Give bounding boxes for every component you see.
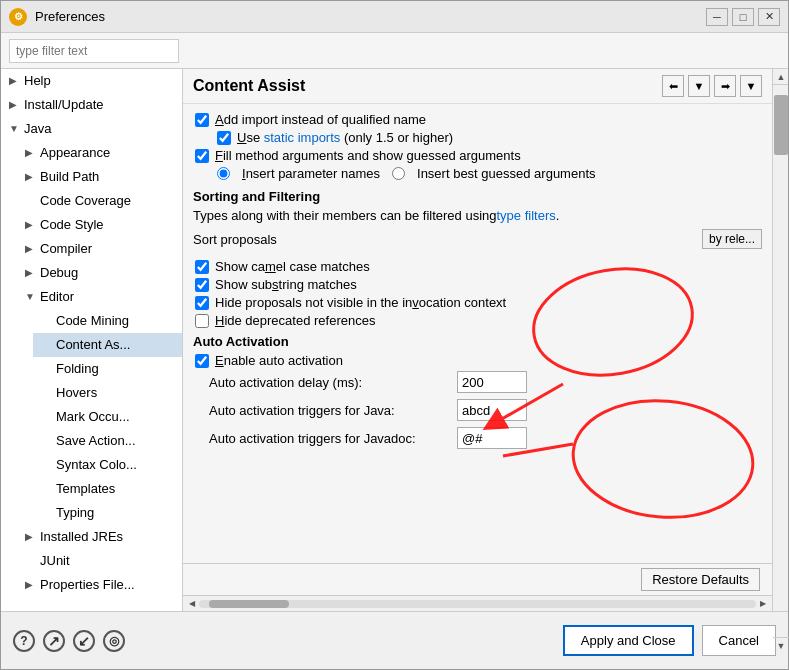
sidebar-label: Debug xyxy=(40,263,178,283)
h-scrollbar[interactable]: ◀ ▶ xyxy=(183,595,772,611)
window-controls: ─ □ ✕ xyxy=(706,8,780,26)
sidebar-item-templates[interactable]: Templates xyxy=(33,477,182,501)
expand-icon: ▶ xyxy=(25,215,37,235)
right-panel-wrapper: Content Assist ⬅ ▼ ➡ ▼ xyxy=(183,69,788,611)
maximize-button[interactable]: □ xyxy=(732,8,754,26)
sidebar-item-syntax-coloring[interactable]: Syntax Colo... xyxy=(33,453,182,477)
scroll-right-arrow[interactable]: ▶ xyxy=(756,597,770,611)
best-guess-radio[interactable] xyxy=(392,167,405,180)
sidebar-item-code-mining[interactable]: Code Mining xyxy=(33,309,182,333)
nav-back-button[interactable]: ⬅ xyxy=(662,75,684,97)
close-button[interactable]: ✕ xyxy=(758,8,780,26)
sidebar-item-help[interactable]: ▶ Help xyxy=(1,69,182,93)
add-import-row: Add import instead of qualified name xyxy=(193,112,762,127)
v-scrollbar-track[interactable] xyxy=(773,85,788,611)
nav-forward-button[interactable]: ➡ xyxy=(714,75,736,97)
minimize-button[interactable]: ─ xyxy=(706,8,728,26)
show-camel-checkbox[interactable] xyxy=(195,260,209,274)
auto-activation-title: Auto Activation xyxy=(193,334,762,349)
scroll-left-arrow[interactable]: ◀ xyxy=(185,597,199,611)
triggers-java-input[interactable] xyxy=(457,399,527,421)
help-icon[interactable]: ? xyxy=(13,630,35,652)
sidebar-item-junit[interactable]: JUnit xyxy=(17,549,182,573)
restore-defaults-button[interactable]: Restore Defaults xyxy=(641,568,760,591)
hide-deprecated-label[interactable]: Hide deprecated references xyxy=(215,313,375,328)
expand-icon xyxy=(41,407,53,427)
panel-nav: ⬅ ▼ ➡ ▼ xyxy=(662,75,762,97)
insert-param-label[interactable]: Insert parameter names xyxy=(242,166,380,181)
v-scrollbar-thumb[interactable] xyxy=(774,95,788,155)
sidebar-item-editor[interactable]: ▼ Editor xyxy=(17,285,182,309)
sidebar-item-appearance[interactable]: ▶ Appearance xyxy=(17,141,182,165)
window-title: Preferences xyxy=(35,9,698,24)
best-guess-label[interactable]: Insert best guessed arguments xyxy=(417,166,596,181)
radio-row: Insert parameter names Insert best guess… xyxy=(217,166,762,181)
enable-auto-checkbox[interactable] xyxy=(195,354,209,368)
triggers-javadoc-input[interactable] xyxy=(457,427,527,449)
sidebar-label: Hovers xyxy=(56,383,178,403)
expand-icon: ▶ xyxy=(25,143,37,163)
sidebar-item-build-path[interactable]: ▶ Build Path xyxy=(17,165,182,189)
export-icon[interactable]: ↗ xyxy=(43,630,65,652)
add-import-checkbox[interactable] xyxy=(195,113,209,127)
sidebar-label: Mark Occu... xyxy=(56,407,178,427)
expand-icon: ▼ xyxy=(9,119,21,139)
expand-icon xyxy=(41,479,53,499)
expand-icon: ▶ xyxy=(9,95,21,115)
sidebar-item-compiler[interactable]: ▶ Compiler xyxy=(17,237,182,261)
sidebar-item-code-style[interactable]: ▶ Code Style xyxy=(17,213,182,237)
sort-proposals-label: Sort proposals xyxy=(193,232,702,247)
footer-icons: ? ↗ ↙ ◎ xyxy=(13,630,125,652)
expand-icon: ▶ xyxy=(25,167,37,187)
static-imports-label[interactable]: Use static imports (only 1.5 or higher) xyxy=(237,130,453,145)
sidebar-item-content-assist[interactable]: Content As... xyxy=(33,333,182,357)
triggers-java-label: Auto activation triggers for Java: xyxy=(209,403,449,418)
sidebar-item-install-update[interactable]: ▶ Install/Update xyxy=(1,93,182,117)
type-filters-link[interactable]: type filters xyxy=(497,208,556,223)
sidebar-item-hovers[interactable]: Hovers xyxy=(33,381,182,405)
sidebar-label: Content As... xyxy=(56,335,178,355)
sidebar-label: Code Style xyxy=(40,215,178,235)
sidebar-item-java[interactable]: ▼ Java xyxy=(1,117,182,141)
fill-method-checkbox[interactable] xyxy=(195,149,209,163)
hide-deprecated-checkbox[interactable] xyxy=(195,314,209,328)
sidebar-item-mark-occurrences[interactable]: Mark Occu... xyxy=(33,405,182,429)
insert-param-radio[interactable] xyxy=(217,167,230,180)
sidebar-item-typing[interactable]: Typing xyxy=(33,501,182,525)
h-scrollbar-thumb[interactable] xyxy=(209,600,289,608)
v-scrollbar[interactable]: ▲ ▼ xyxy=(772,69,788,611)
java-children: ▶ Appearance ▶ Build Path Code Coverage … xyxy=(1,141,182,597)
hide-not-visible-checkbox[interactable] xyxy=(195,296,209,310)
panel-title: Content Assist xyxy=(193,77,305,95)
import-icon[interactable]: ↙ xyxy=(73,630,95,652)
sidebar-item-properties-file[interactable]: ▶ Properties File... xyxy=(17,573,182,597)
add-import-label[interactable]: Add import instead of qualified name xyxy=(215,112,426,127)
cancel-button[interactable]: Cancel xyxy=(702,625,776,656)
nav-forward-dropdown-button[interactable]: ▼ xyxy=(740,75,762,97)
expand-icon xyxy=(41,335,53,355)
sidebar-label: Code Coverage xyxy=(40,191,178,211)
sidebar-item-installed-jres[interactable]: ▶ Installed JREs xyxy=(17,525,182,549)
sort-button[interactable]: by rele... xyxy=(702,229,762,249)
sidebar-item-debug[interactable]: ▶ Debug xyxy=(17,261,182,285)
sort-proposals-row: Sort proposals by rele... xyxy=(193,229,762,249)
static-imports-checkbox[interactable] xyxy=(217,131,231,145)
nav-dropdown-button[interactable]: ▼ xyxy=(688,75,710,97)
apply-close-button[interactable]: Apply and Close xyxy=(563,625,694,656)
show-substring-label[interactable]: Show substring matches xyxy=(215,277,357,292)
delay-input[interactable] xyxy=(457,371,527,393)
restore-icon[interactable]: ◎ xyxy=(103,630,125,652)
search-input[interactable] xyxy=(9,39,179,63)
sidebar-item-save-actions[interactable]: Save Action... xyxy=(33,429,182,453)
show-substring-checkbox[interactable] xyxy=(195,278,209,292)
h-scrollbar-track[interactable] xyxy=(199,600,756,608)
enable-auto-label[interactable]: Enable auto activation xyxy=(215,353,343,368)
sidebar-label: Editor xyxy=(40,287,178,307)
hide-not-visible-label[interactable]: Hide proposals not visible in the invoca… xyxy=(215,295,506,310)
sidebar-item-code-coverage[interactable]: Code Coverage xyxy=(17,189,182,213)
sidebar-item-folding[interactable]: Folding xyxy=(33,357,182,381)
expand-icon: ▶ xyxy=(9,71,21,91)
show-camel-label[interactable]: Show camel case matches xyxy=(215,259,370,274)
scroll-up-arrow[interactable]: ▲ xyxy=(773,69,788,85)
fill-method-label[interactable]: Fill method arguments and show guessed a… xyxy=(215,148,521,163)
